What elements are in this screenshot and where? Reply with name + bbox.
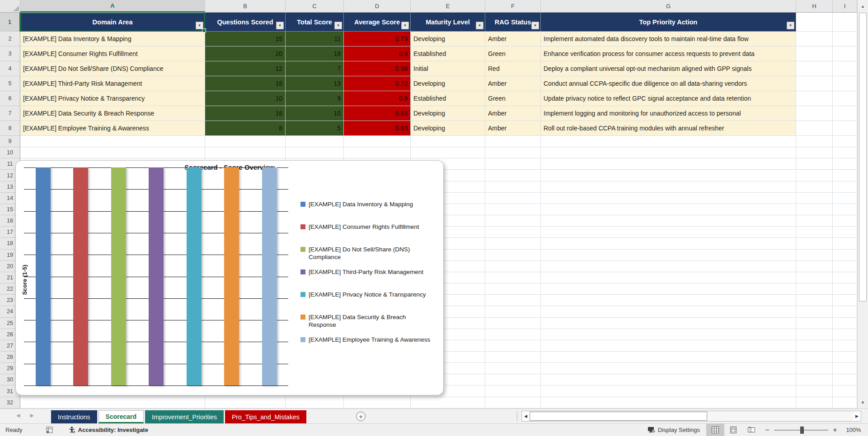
cell-H6[interactable] (796, 91, 833, 106)
cell-B3[interactable]: 20 (205, 46, 286, 61)
sheet-tab-scorecard[interactable]: Scorecard (99, 410, 144, 423)
cell-C9[interactable] (286, 136, 344, 147)
cell-G7[interactable]: Implement logging and monitoring for una… (541, 106, 796, 121)
cell-I4[interactable] (833, 61, 857, 76)
cell-G26[interactable] (541, 329, 796, 340)
cell-G32[interactable] (541, 397, 796, 408)
cell-A3[interactable]: [EXAMPLE] Consumer Rights Fulfillment (20, 46, 205, 61)
cell-G13[interactable] (541, 181, 796, 193)
scroll-up-button[interactable]: ▲ (859, 2, 867, 10)
cell-I7[interactable] (833, 106, 857, 121)
cell-C3[interactable]: 18 (286, 46, 344, 61)
cell-I17[interactable] (833, 227, 857, 238)
cell-I9[interactable] (833, 136, 857, 147)
scroll-down-button[interactable]: ▼ (859, 398, 867, 407)
row-header-9[interactable]: 9 (0, 136, 20, 147)
cell-F26[interactable] (485, 329, 541, 340)
row-header-32[interactable]: 32 (0, 397, 20, 408)
cell-B32[interactable] (205, 397, 286, 408)
cell-G31[interactable] (541, 385, 796, 397)
row-header-10[interactable]: 10 (0, 147, 20, 158)
cell-A8[interactable]: [EXAMPLE] Employee Training & Awareness (20, 121, 205, 136)
cell-C10[interactable] (286, 147, 344, 158)
cell-I26[interactable] (833, 329, 857, 340)
cell-I27[interactable] (833, 340, 857, 352)
cell-H30[interactable] (796, 374, 833, 385)
cell-G29[interactable] (541, 363, 796, 374)
column-header-I[interactable]: I (833, 0, 857, 12)
cell-F11[interactable] (485, 158, 541, 170)
cell-G20[interactable] (541, 261, 796, 272)
cell-G22[interactable] (541, 283, 796, 295)
cell-H29[interactable] (796, 363, 833, 374)
legend-item-7[interactable]: [EXAMPLE] Employee Training & Awareness (300, 336, 432, 358)
cell-H21[interactable] (796, 272, 833, 283)
cell-F14[interactable] (485, 193, 541, 204)
cell-H26[interactable] (796, 329, 833, 340)
cell-F32[interactable] (485, 397, 541, 408)
cell-H10[interactable] (796, 147, 833, 158)
filter-button-B[interactable]: ▼ (276, 22, 284, 29)
cell-F22[interactable] (485, 283, 541, 295)
cell-D3[interactable]: 0.9 (344, 46, 411, 61)
cell-H27[interactable] (796, 340, 833, 352)
scroll-left-button[interactable]: ◀ (522, 411, 530, 421)
cell-H32[interactable] (796, 397, 833, 408)
cell-B5[interactable]: 18 (205, 76, 286, 91)
cell-I13[interactable] (833, 181, 857, 193)
cell-C5[interactable]: 13 (286, 76, 344, 91)
cell-F17[interactable] (485, 227, 541, 238)
row-header-4[interactable]: 4 (0, 61, 20, 76)
row-header-3[interactable]: 3 (0, 46, 20, 61)
cell-F13[interactable] (485, 181, 541, 193)
cell-A1[interactable]: Domain Area▼ (20, 13, 205, 32)
cell-H19[interactable] (796, 250, 833, 261)
cell-A4[interactable]: [EXAMPLE] Do Not Sell/Share (DNS) Compli… (20, 61, 205, 76)
filter-button-C[interactable]: ▼ (334, 22, 342, 29)
accessibility-status[interactable]: Accessibility: Investigate (68, 426, 148, 434)
vertical-scrollbar-thumb[interactable] (859, 13, 867, 301)
cell-F20[interactable] (485, 261, 541, 272)
legend-item-6[interactable]: [EXAMPLE] Data Security & Breach Respons… (300, 313, 432, 336)
cell-F6[interactable]: Green (485, 91, 541, 106)
sheet-tab-pro_tips_and_mistakes[interactable]: Pro_Tips_and_Mistakes (225, 410, 306, 423)
sheet-tab-instructions[interactable]: Instructions (51, 410, 97, 423)
cell-B2[interactable]: 15 (205, 32, 286, 46)
cell-F23[interactable] (485, 295, 541, 306)
cell-H5[interactable] (796, 76, 833, 91)
cell-I24[interactable] (833, 306, 857, 317)
filter-button-A[interactable]: ▼ (196, 22, 203, 29)
sheet-tab-improvement_priorities[interactable]: Improvement_Priorities (145, 410, 224, 423)
column-header-H[interactable]: H (796, 0, 833, 12)
scorecard-chart[interactable]: Scorecard - Score Overview Score (1-5) [… (15, 160, 444, 395)
cell-B10[interactable] (205, 147, 286, 158)
new-sheet-button[interactable]: + (356, 412, 366, 421)
filter-button-D[interactable]: ▼ (401, 22, 409, 29)
cell-G8[interactable]: Roll out role-based CCPA training module… (541, 121, 796, 136)
horizontal-scrollbar[interactable]: ◀ ▶ (521, 411, 861, 422)
cell-I2[interactable] (833, 32, 857, 46)
cell-C32[interactable] (286, 397, 344, 408)
cell-F1[interactable]: RAG Status▼ (485, 13, 541, 32)
page-break-preview-button[interactable] (742, 424, 760, 436)
cell-E10[interactable] (411, 147, 485, 158)
cell-H13[interactable] (796, 181, 833, 193)
cell-F30[interactable] (485, 374, 541, 385)
legend-item-2[interactable]: [EXAMPLE] Consumer Rights Fulfillment (300, 223, 432, 246)
cell-E5[interactable]: Developing (411, 76, 485, 91)
cell-G25[interactable] (541, 318, 796, 329)
cell-G28[interactable] (541, 352, 796, 363)
tab-splitter-grip[interactable]: ⋮⋮ (514, 411, 519, 421)
cell-G5[interactable]: Conduct annual CCPA-specific due diligen… (541, 76, 796, 91)
cell-G4[interactable]: Deploy a compliant universal opt-out mec… (541, 61, 796, 76)
cell-I16[interactable] (833, 215, 857, 227)
cell-D4[interactable]: 0.58 (344, 61, 411, 76)
row-header-6[interactable]: 6 (0, 91, 20, 106)
cell-I1[interactable] (833, 13, 857, 32)
cell-I14[interactable] (833, 193, 857, 204)
cell-D8[interactable]: 0.63 (344, 121, 411, 136)
cell-I19[interactable] (833, 250, 857, 261)
cell-F8[interactable]: Amber (485, 121, 541, 136)
legend-item-4[interactable]: [EXAMPLE] Third-Party Risk Management (300, 268, 432, 291)
legend-item-3[interactable]: [EXAMPLE] Do Not Sell/Share (DNS) Compli… (300, 246, 432, 268)
